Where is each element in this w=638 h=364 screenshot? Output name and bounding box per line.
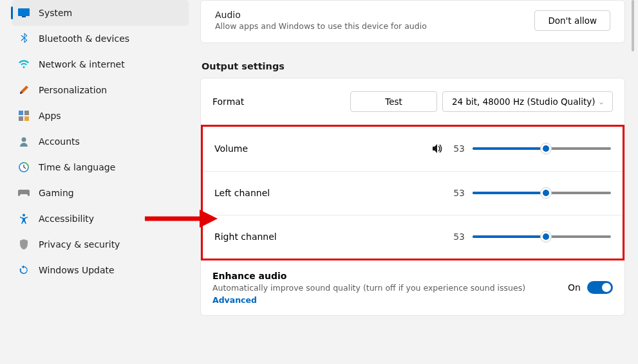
audio-subtitle: Allow apps and Windows to use this devic… bbox=[215, 21, 427, 31]
sidebar-item-label: Gaming bbox=[39, 188, 74, 198]
settings-sidebar: System Bluetooth & devices Network & int… bbox=[0, 0, 196, 364]
sidebar-item-label: Privacy & security bbox=[39, 239, 120, 250]
sidebar-item-label: Personalization bbox=[39, 85, 107, 95]
enhance-subtitle: Automatically improve sound quality (tur… bbox=[212, 282, 555, 294]
sidebar-item-label: Apps bbox=[39, 111, 61, 121]
apps-icon bbox=[18, 110, 30, 122]
sidebar-item-label: Bluetooth & devices bbox=[39, 33, 129, 44]
enhance-audio-row: Enhance audio Automatically improve soun… bbox=[201, 260, 624, 315]
svg-rect-0 bbox=[18, 8, 30, 16]
sidebar-item-label: System bbox=[39, 8, 72, 18]
enhance-title: Enhance audio bbox=[212, 271, 555, 281]
audio-permission-card: Audio Allow apps and Windows to use this… bbox=[200, 0, 625, 43]
right-channel-row: Right channel 53 bbox=[203, 215, 623, 259]
sidebar-item-update[interactable]: Windows Update bbox=[12, 257, 189, 283]
sidebar-item-system[interactable]: System bbox=[12, 0, 189, 26]
sidebar-item-apps[interactable]: Apps bbox=[12, 103, 189, 129]
chevron-down-icon: ⌵ bbox=[599, 98, 603, 105]
test-button[interactable]: Test bbox=[350, 91, 437, 112]
sidebar-item-label: Windows Update bbox=[39, 265, 115, 275]
slider-thumb[interactable] bbox=[540, 231, 552, 242]
left-channel-label: Left channel bbox=[214, 188, 443, 198]
enhance-advanced-link[interactable]: Advanced bbox=[212, 295, 555, 305]
left-channel-slider[interactable] bbox=[473, 192, 611, 194]
svg-rect-2 bbox=[19, 111, 23, 115]
svg-rect-1 bbox=[22, 16, 26, 17]
enhance-toggle[interactable] bbox=[587, 281, 613, 294]
left-channel-row: Left channel 53 bbox=[203, 172, 623, 215]
format-label: Format bbox=[212, 96, 244, 107]
sidebar-item-label: Time & language bbox=[39, 162, 115, 172]
speaker-icon[interactable] bbox=[431, 143, 443, 154]
svg-rect-4 bbox=[19, 116, 23, 121]
wifi-icon bbox=[18, 59, 30, 70]
right-channel-label: Right channel bbox=[214, 232, 443, 242]
svg-point-6 bbox=[22, 138, 26, 142]
sidebar-item-gaming[interactable]: Gaming bbox=[12, 180, 189, 206]
right-channel-value: 53 bbox=[451, 232, 465, 242]
svg-point-9 bbox=[23, 214, 25, 217]
clock-icon bbox=[18, 161, 30, 173]
sidebar-item-personalization[interactable]: Personalization bbox=[12, 77, 189, 103]
volume-sliders-highlight: Volume 53 Left channel 53 Right bbox=[201, 125, 624, 260]
scrollbar[interactable] bbox=[632, 0, 634, 51]
volume-value: 53 bbox=[451, 143, 465, 154]
svg-rect-5 bbox=[24, 116, 29, 121]
output-settings-card: Format Test 24 bit, 48000 Hz (Studio Qua… bbox=[200, 78, 625, 316]
volume-row: Volume 53 bbox=[203, 127, 623, 172]
right-channel-slider[interactable] bbox=[473, 235, 611, 238]
sidebar-item-label: Accessibility bbox=[39, 214, 94, 224]
brush-icon bbox=[18, 84, 30, 96]
gaming-icon bbox=[18, 187, 30, 199]
sidebar-item-time[interactable]: Time & language bbox=[12, 154, 189, 180]
audio-title: Audio bbox=[215, 10, 427, 20]
slider-thumb[interactable] bbox=[540, 143, 552, 154]
accounts-icon bbox=[18, 136, 30, 147]
sidebar-item-label: Network & internet bbox=[39, 59, 125, 69]
format-dropdown-value: 24 bit, 48000 Hz (Studio Quality) bbox=[452, 96, 596, 107]
sidebar-item-label: Accounts bbox=[39, 136, 80, 147]
volume-slider[interactable] bbox=[473, 147, 611, 150]
output-settings-heading: Output settings bbox=[202, 61, 625, 71]
main-content: Audio Allow apps and Windows to use this… bbox=[196, 0, 638, 364]
toggle-label: On bbox=[568, 282, 581, 293]
shield-icon bbox=[18, 239, 30, 250]
sidebar-item-accounts[interactable]: Accounts bbox=[12, 129, 189, 154]
volume-label: Volume bbox=[214, 143, 424, 154]
sidebar-item-privacy[interactable]: Privacy & security bbox=[12, 232, 189, 257]
sidebar-item-bluetooth[interactable]: Bluetooth & devices bbox=[12, 26, 189, 51]
accessibility-icon bbox=[18, 213, 30, 224]
sidebar-item-accessibility[interactable]: Accessibility bbox=[12, 206, 189, 232]
format-row: Format Test 24 bit, 48000 Hz (Studio Qua… bbox=[201, 78, 624, 125]
update-icon bbox=[18, 264, 30, 276]
left-channel-value: 53 bbox=[451, 188, 465, 198]
svg-rect-3 bbox=[24, 111, 29, 115]
sidebar-item-network[interactable]: Network & internet bbox=[12, 51, 189, 77]
system-icon bbox=[18, 7, 30, 19]
slider-thumb[interactable] bbox=[540, 187, 552, 199]
bluetooth-icon bbox=[18, 33, 30, 44]
dont-allow-button[interactable]: Don't allow bbox=[534, 10, 610, 31]
format-dropdown[interactable]: 24 bit, 48000 Hz (Studio Quality) ⌵ bbox=[442, 91, 613, 112]
